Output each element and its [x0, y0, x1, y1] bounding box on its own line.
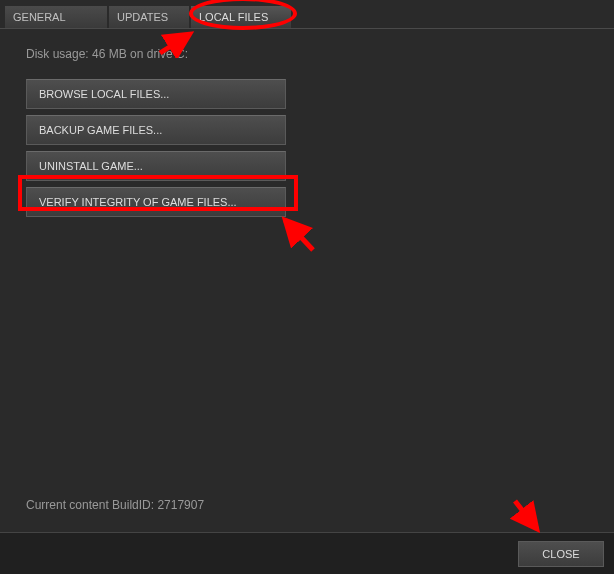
tab-general[interactable]: GENERAL: [5, 6, 107, 28]
svg-line-3: [285, 220, 313, 250]
svg-line-5: [515, 501, 537, 529]
backup-game-files-button[interactable]: BACKUP GAME FILES...: [26, 115, 286, 145]
browse-local-files-button[interactable]: BROWSE LOCAL FILES...: [26, 79, 286, 109]
uninstall-game-button[interactable]: UNINSTALL GAME...: [26, 151, 286, 181]
tab-content: Disk usage: 46 MB on drive C: BROWSE LOC…: [0, 29, 614, 217]
close-button[interactable]: CLOSE: [518, 541, 604, 567]
verify-integrity-button[interactable]: VERIFY INTEGRITY OF GAME FILES...: [26, 187, 286, 217]
build-id-label: Current content BuildID: 2717907: [26, 498, 204, 512]
footer-bar: CLOSE: [0, 532, 614, 574]
disk-usage-label: Disk usage: 46 MB on drive C:: [26, 47, 588, 61]
tab-local-files[interactable]: LOCAL FILES: [191, 6, 291, 28]
annotation-arrow-verify: [275, 212, 320, 257]
tab-updates[interactable]: UPDATES: [109, 6, 189, 28]
tabs-bar: GENERAL UPDATES LOCAL FILES: [0, 0, 614, 29]
